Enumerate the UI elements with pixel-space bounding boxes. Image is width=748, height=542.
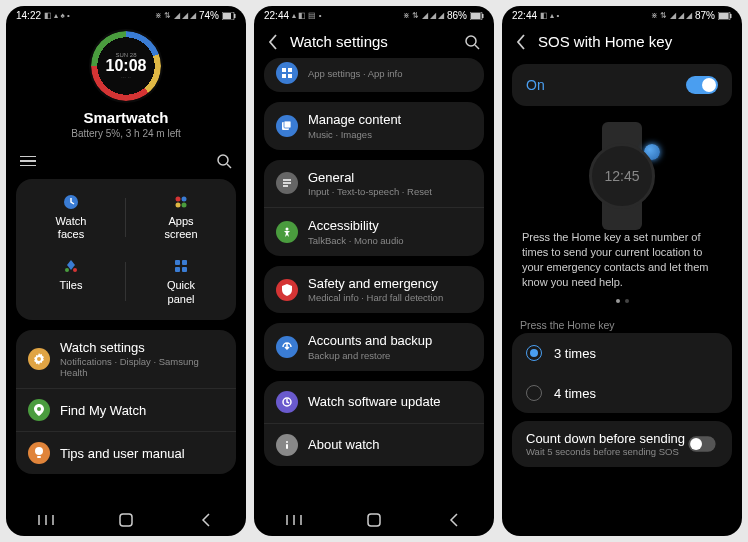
back-icon[interactable]	[268, 34, 278, 50]
list-title: Accounts and backup	[308, 333, 472, 349]
master-toggle-row[interactable]: On	[512, 64, 732, 106]
header: SOS with Home key	[502, 23, 742, 58]
svg-point-33	[286, 227, 289, 230]
list-sub: Backup and restore	[308, 350, 472, 361]
svg-rect-27	[282, 68, 286, 72]
accessibility-icon	[276, 221, 298, 243]
radio-4-times[interactable]: 4 times	[512, 373, 732, 413]
radio-label: 4 times	[554, 386, 596, 401]
radio-label: 3 times	[554, 346, 596, 361]
svg-rect-36	[286, 444, 288, 449]
item-find-my-watch[interactable]: Find My Watch	[16, 389, 236, 432]
grid-apps-screen[interactable]: Appsscreen	[126, 185, 236, 249]
item-safety[interactable]: Safety and emergency Medical info · Hard…	[264, 266, 484, 314]
radio-section-label: Press the Home key	[502, 315, 742, 333]
status-icons-right: ⋇ ⇅ ◢ ◢ ◢	[403, 11, 444, 20]
settings-group-4: Safety and emergency Medical info · Hard…	[264, 266, 484, 314]
status-icons-left: ◧ ▴ ♠ •	[44, 11, 70, 20]
svg-rect-17	[37, 456, 41, 458]
list-sub: Music · Images	[308, 129, 472, 140]
grid-label: Tiles	[60, 279, 83, 292]
status-battery: 86%	[447, 10, 467, 21]
countdown-row[interactable]: Count down before sending Wait 5 seconds…	[512, 421, 732, 467]
list-title: Accessibility	[308, 218, 472, 234]
list-sub: Medical info · Hard fall detection	[308, 292, 472, 303]
settings-group-3: General Input · Text-to-speech · Reset A…	[264, 160, 484, 256]
page-title: SOS with Home key	[538, 33, 728, 50]
search-icon[interactable]	[464, 34, 480, 50]
apps-icon	[276, 62, 298, 84]
header: Watch settings	[254, 23, 494, 58]
countdown-sub: Wait 5 seconds before sending SOS	[526, 446, 686, 457]
backup-icon	[276, 336, 298, 358]
phone-screen-settings: 22:44 ▴ ◧ ▤ • ⋇ ⇅ ◢ ◢ ◢ 86% Watch settin…	[254, 6, 494, 536]
svg-rect-32	[284, 121, 291, 128]
back-icon[interactable]	[516, 34, 526, 50]
status-bar: 22:44 ◧ ▴ • ⋇ ⇅ ◢ ◢ ◢ 87%	[502, 6, 742, 23]
toggle-switch[interactable]	[686, 76, 718, 94]
nav-recents[interactable]	[274, 510, 314, 530]
phone-screen-home: 14:22 ◧ ▴ ♠ • ⋇ ⇅ ◢ ◢ ◢ 74% SUN 28 10:08…	[6, 6, 246, 536]
watch-face-section: SUN 28 10:08 ··· ·· Smartwatch Battery 5…	[6, 23, 246, 147]
status-battery: 74%	[199, 10, 219, 21]
svg-point-35	[286, 441, 288, 443]
status-time: 14:22	[16, 10, 41, 21]
phone-screen-sos: 22:44 ◧ ▴ • ⋇ ⇅ ◢ ◢ ◢ 87% SOS with Home …	[502, 6, 742, 536]
svg-rect-21	[120, 514, 132, 526]
list-sub: TalkBack · Mono audio	[308, 235, 472, 246]
list-title: Safety and emergency	[308, 276, 472, 292]
list-title: Manage content	[308, 112, 472, 128]
apps-icon	[172, 193, 190, 211]
illus-time: 12:45	[604, 168, 639, 184]
settings-group-2: Manage content Music · Images	[264, 102, 484, 150]
status-time: 22:44	[512, 10, 537, 21]
item-general[interactable]: General Input · Text-to-speech · Reset	[264, 160, 484, 209]
watchface-date: SUN 28	[115, 52, 136, 58]
nav-back[interactable]	[186, 510, 226, 530]
info-icon	[276, 434, 298, 456]
search-icon[interactable]	[216, 153, 232, 169]
list-title: Watch software update	[308, 394, 472, 410]
item-accessibility[interactable]: Accessibility TalkBack · Mono audio	[264, 208, 484, 256]
status-icons-left: ◧ ▴ •	[540, 11, 559, 20]
svg-point-6	[176, 197, 181, 202]
list-sub: Input · Text-to-speech · Reset	[308, 186, 472, 197]
svg-rect-40	[368, 514, 380, 526]
grid-quick-panel[interactable]: Quickpanel	[126, 249, 236, 313]
tiles-icon	[62, 257, 80, 275]
radio-3-times[interactable]: 3 times	[512, 333, 732, 373]
nav-back[interactable]	[434, 510, 474, 530]
list-title: About watch	[308, 437, 472, 453]
countdown-toggle[interactable]	[688, 437, 715, 452]
grid-watch-faces[interactable]: Watchfaces	[16, 185, 126, 249]
item-software-update[interactable]: Watch software update	[264, 381, 484, 424]
svg-rect-28	[288, 68, 292, 72]
list-title: Tips and user manual	[60, 446, 224, 462]
nav-home[interactable]	[106, 510, 146, 530]
item-about-watch[interactable]: About watch	[264, 424, 484, 466]
list-title: General	[308, 170, 472, 186]
svg-rect-29	[282, 74, 286, 78]
grid-tiles[interactable]: Tiles	[16, 249, 126, 313]
svg-point-7	[182, 197, 187, 202]
svg-rect-24	[482, 14, 484, 18]
item-watch-settings[interactable]: Watch settings Notifications · Display ·…	[16, 330, 236, 390]
item-manage-content[interactable]: Manage content Music · Images	[264, 102, 484, 150]
item-tips[interactable]: Tips and user manual	[16, 432, 236, 474]
watch-face-preview[interactable]: SUN 28 10:08 ··· ··	[89, 29, 163, 103]
radio-group: 3 times 4 times	[512, 333, 732, 413]
watch-illustration: 12:45	[572, 122, 672, 230]
svg-point-9	[182, 203, 187, 208]
svg-rect-2	[234, 14, 236, 18]
list-sub: App settings · App info	[308, 68, 472, 79]
item-apps-partial[interactable]: App settings · App info	[264, 58, 484, 92]
grid-label: Watchfaces	[56, 215, 87, 241]
location-icon	[28, 399, 50, 421]
list-sub: Notifications · Display · Samsung Health	[60, 356, 224, 378]
menu-icon[interactable]	[20, 156, 36, 167]
item-accounts[interactable]: Accounts and backup Backup and restore	[264, 323, 484, 371]
svg-point-16	[35, 447, 43, 455]
nav-recents[interactable]	[26, 510, 66, 530]
nav-home[interactable]	[354, 510, 394, 530]
illustration-section: 12:45 Press the Home key a set number of…	[502, 112, 742, 315]
